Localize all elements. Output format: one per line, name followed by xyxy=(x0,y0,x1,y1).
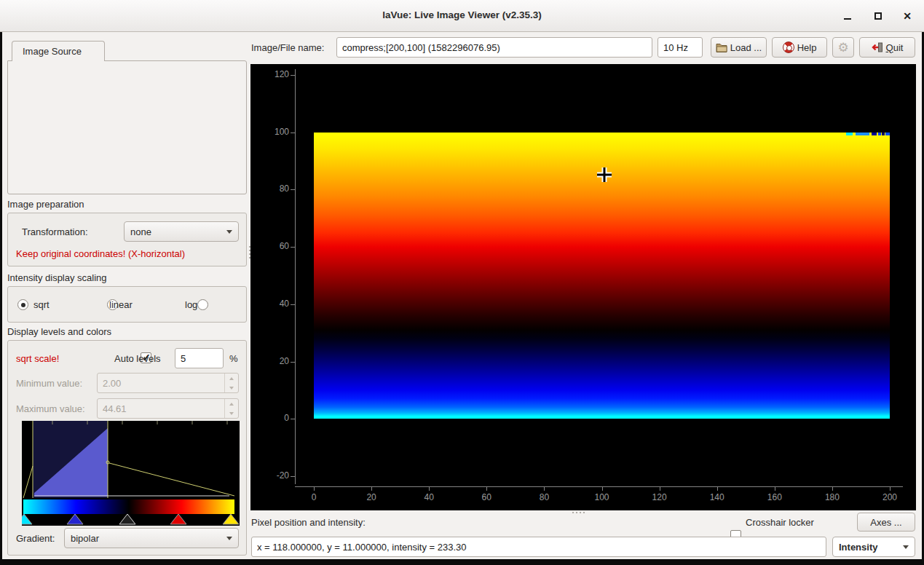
refresh-rate-input[interactable] xyxy=(658,37,703,58)
y-axis-tick xyxy=(291,362,295,363)
x-axis-tick xyxy=(371,486,372,491)
load-button-label: Load ... xyxy=(730,42,762,53)
axes-button[interactable]: Axes ... xyxy=(857,513,915,532)
transformation-select[interactable]: none xyxy=(124,221,239,242)
x-axis-tick xyxy=(775,486,775,491)
image-artifact-strip xyxy=(856,133,869,135)
close-icon xyxy=(903,9,912,23)
maximize-icon xyxy=(874,12,882,20)
x-axis-tick xyxy=(429,486,430,491)
x-axis-tick xyxy=(602,486,603,491)
image-source-pane xyxy=(7,60,247,194)
settings-button[interactable] xyxy=(832,37,854,58)
quit-button[interactable]: Quit xyxy=(859,37,915,58)
auto-levels-input[interactable] xyxy=(175,348,224,368)
pixel-readout-field[interactable] xyxy=(251,537,826,557)
display-mode-select[interactable]: Intensity xyxy=(832,537,915,557)
tab-image-source[interactable]: Image Source xyxy=(12,41,105,61)
maximum-label: Maximum value: xyxy=(16,403,85,414)
minimum-value: 2.00 xyxy=(98,378,224,389)
chevron-down-icon xyxy=(903,545,909,549)
chevron-down-icon xyxy=(226,537,232,540)
x-tick-label: 160 xyxy=(760,492,789,502)
help-button[interactable]: Help xyxy=(772,37,827,58)
y-tick-label: 60 xyxy=(260,241,289,251)
gradient-select[interactable]: bipolar xyxy=(64,528,239,548)
spin-down-icon xyxy=(225,383,238,392)
gear-icon xyxy=(837,40,848,55)
x-tick-label: 80 xyxy=(529,492,558,502)
radio-log[interactable] xyxy=(197,299,208,310)
x-axis-tick xyxy=(314,486,315,491)
quit-exit-icon xyxy=(872,42,883,53)
intensity-scaling-title: Intensity display scaling xyxy=(7,272,107,283)
radio-sqrt[interactable] xyxy=(17,299,28,310)
x-tick-label: 120 xyxy=(645,492,674,502)
minimize-button[interactable] xyxy=(841,10,854,22)
load-button[interactable]: Load ... xyxy=(711,37,767,58)
y-axis-tick xyxy=(291,133,295,133)
coordinates-warning: Keep original coordinates! (X-horizontal… xyxy=(16,248,185,259)
x-tick-label: 0 xyxy=(299,492,328,502)
y-tick-label: 120 xyxy=(260,69,289,79)
close-button[interactable] xyxy=(901,10,914,22)
crosshair-locker-label: Crosshair locker xyxy=(746,517,814,528)
x-axis-tick xyxy=(832,486,833,491)
maximum-value: 44.61 xyxy=(98,403,224,414)
image-artifact-strip xyxy=(878,133,881,135)
y-axis-tick xyxy=(291,419,295,419)
minimize-icon xyxy=(844,18,851,20)
histogram-levels-widget[interactable] xyxy=(22,421,240,526)
display-mode-value: Intensity xyxy=(839,542,877,553)
y-axis-tick xyxy=(291,247,295,248)
x-tick-label: 200 xyxy=(875,492,904,502)
gradient-value: bipolar xyxy=(71,533,99,544)
image-artifact-strip xyxy=(846,133,853,135)
y-tick-label: 40 xyxy=(260,299,289,309)
maximum-spinbox: 44.61 xyxy=(97,398,239,419)
x-axis-tick xyxy=(544,486,545,491)
display-levels-title: Display levels and colors xyxy=(7,326,111,337)
pixel-position-label: Pixel position and intensity: xyxy=(251,517,366,528)
y-tick-label: 20 xyxy=(260,356,289,366)
minimum-spinbox: 2.00 xyxy=(97,373,239,393)
image-artifact-strip xyxy=(882,133,885,135)
x-axis-line xyxy=(295,486,903,487)
spin-up-icon xyxy=(225,399,238,408)
x-axis-tick xyxy=(486,486,487,491)
y-axis-tick xyxy=(291,304,295,305)
x-tick-label: 140 xyxy=(703,492,732,502)
filename-input[interactable] xyxy=(336,37,652,58)
gradient-label: Gradient: xyxy=(16,533,55,544)
y-axis-tick xyxy=(291,75,295,76)
minimum-label: Minimum value: xyxy=(16,378,82,389)
spin-up-icon xyxy=(225,374,238,383)
x-tick-label: 180 xyxy=(818,492,847,502)
x-tick-label: 100 xyxy=(588,492,617,502)
maximize-button[interactable] xyxy=(872,10,885,22)
image-artifact-strip xyxy=(872,133,877,135)
x-tick-label: 20 xyxy=(357,492,386,502)
app-window: laVue: Live Image Viewer (v2.35.3) Image… xyxy=(0,0,924,565)
y-tick-label: -20 xyxy=(260,470,289,481)
transformation-value: none xyxy=(130,226,151,237)
image-plot-area[interactable]: 120 100 80 60 40 20 0 -20 0 20 40 60 80 … xyxy=(250,64,916,510)
y-axis-tick xyxy=(291,476,295,477)
radio-sqrt-label: sqrt xyxy=(33,299,50,310)
percent-label: % xyxy=(229,353,238,364)
x-axis-tick xyxy=(890,486,891,491)
image-preparation-title: Image preparation xyxy=(7,199,84,210)
y-axis-line xyxy=(295,69,296,484)
x-tick-label: 40 xyxy=(414,492,443,502)
crosshair-marker-icon xyxy=(595,165,614,184)
y-tick-label: 100 xyxy=(260,127,289,137)
auto-levels-label: Auto levels xyxy=(114,353,161,364)
y-axis-tick xyxy=(291,189,295,190)
spin-down-icon xyxy=(225,408,238,418)
titlebar: laVue: Live Image Viewer (v2.35.3) xyxy=(0,0,924,32)
maximum-spin-buttons xyxy=(224,399,238,418)
radio-linear-label: linear xyxy=(109,299,133,310)
axes-button-label: Axes ... xyxy=(870,517,901,528)
help-button-label: Help xyxy=(797,42,817,53)
transformation-label: Transformation: xyxy=(22,226,88,237)
